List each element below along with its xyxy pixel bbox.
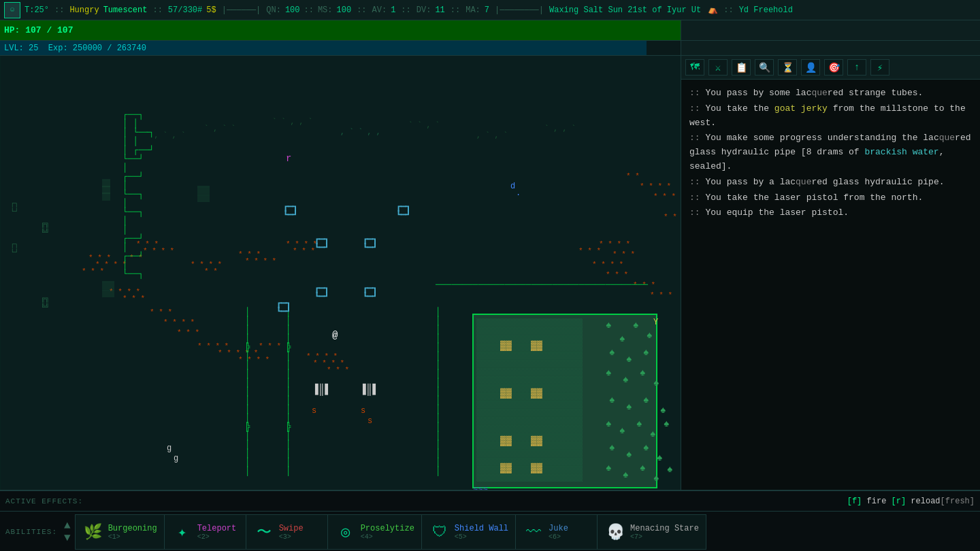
svg-text:▒▒▒: ▒▒▒ — [102, 289, 114, 297]
message-log: :: You pass by some lacquered strange tu… — [681, 80, 980, 490]
svg-text:* * *: * * * — [327, 366, 349, 374]
svg-text:♠: ♠ — [657, 452, 662, 463]
svg-text:░░░░░░░░░░░░░░░░░░░░░░░░░░: ░░░░░░░░░░░░░░░░░░░░░░░░░░ — [476, 473, 583, 482]
svg-text:░░░░░░░░░░░░░░░░░░░░░░░░░░: ░░░░░░░░░░░░░░░░░░░░░░░░░░ — [476, 343, 583, 351]
svg-text:♠: ♠ — [626, 449, 632, 460]
svg-text:* * *: * * * — [150, 308, 172, 316]
svg-text:♠: ♠ — [609, 442, 615, 453]
exp-bar-row: LVL: 25 Exp: 250000 / 263740 — [0, 41, 980, 56]
svg-text:▓▓: ▓▓ — [531, 435, 542, 446]
svg-text:` ` , `: ` ` , ` — [408, 121, 440, 129]
svg-text:░░░░░░░░░░░░░░░░░░░░░░░░░░: ░░░░░░░░░░░░░░░░░░░░░░░░░░ — [476, 424, 583, 433]
msg-1: :: You pass by some lacquered strange tu… — [689, 86, 972, 101]
svg-text:* * * *: * * * * — [163, 318, 195, 327]
svg-text:╔╗: ╔╗ — [41, 220, 49, 228]
svg-text:♠: ♠ — [623, 374, 628, 385]
svg-text:♠: ♠ — [606, 463, 611, 473]
svg-text:▓▓: ▓▓ — [500, 463, 512, 473]
svg-text:` , , `: ` , , ` — [544, 124, 576, 133]
active-effects-label: ACTIVE EFFECTS: — [5, 497, 83, 505]
ability-proselytize[interactable]: ◎ Proselytize <4> — [327, 514, 421, 550]
svg-text:* * *: * * * — [177, 329, 199, 337]
svg-text:* * * *: * * * * — [143, 247, 174, 255]
status-bars: HP: 107 / 107 — [0, 20, 980, 41]
svg-text:♠: ♠ — [619, 333, 625, 344]
svg-text:* * *: * * * — [650, 291, 672, 299]
svg-text:┌┐: ┌┐ — [10, 200, 18, 207]
svg-text:* * *: * * * — [578, 247, 601, 255]
svg-text:╚╝: ╚╝ — [41, 228, 49, 236]
svg-text:♠: ♠ — [623, 469, 628, 480]
combat-button[interactable]: ⚔ — [708, 59, 728, 76]
exp-bar: LVL: 25 Exp: 250000 / 263740 — [0, 41, 681, 56]
tumescent-status: Tumescent — [103, 5, 148, 15]
ability-name-5: Juke — [549, 524, 568, 533]
svg-text:▓▓: ▓▓ — [531, 340, 542, 351]
svg-text:└┘: └┘ — [10, 248, 18, 256]
svg-text:▐║▌: ▐║▌ — [312, 383, 331, 396]
right-toolbar: 🗺 ⚔ 📋 🔍 ⏳ 👤 🎯 ↑ ⚡ — [681, 56, 980, 80]
action-button[interactable]: ⚡ — [870, 59, 889, 76]
svg-text:` , ` `: ` , ` ` — [204, 124, 235, 133]
svg-text:░░░░░░░░░░░░░░░░░░░░░░░░░░: ░░░░░░░░░░░░░░░░░░░░░░░░░░ — [476, 392, 583, 400]
game-viewport[interactable]: ` ` , ` , ` ` , ` ` ` ` , , ` , ` ` , , … — [0, 56, 681, 490]
hunger-status: Hungry — [69, 5, 99, 15]
character-button[interactable]: 👤 — [801, 59, 820, 76]
svg-text:♠: ♠ — [667, 464, 672, 475]
scroll-up-btn[interactable]: ▲ ▼ — [64, 520, 71, 544]
svg-text:└─┘: └─┘ — [363, 292, 378, 301]
hp-display: 57/330# — [168, 5, 202, 15]
svg-text:♠: ♠ — [606, 367, 611, 378]
svg-text:* * * *: * * * * — [640, 182, 671, 190]
ability-name-4: Shield Wall — [455, 524, 508, 533]
ms-val: 100 — [337, 5, 352, 15]
target-button[interactable]: 🎯 — [824, 59, 843, 76]
svg-text:░░░░░░░░░░░░░░░░░░░░░░░░░░: ░░░░░░░░░░░░░░░░░░░░░░░░░░ — [476, 359, 583, 367]
move-button[interactable]: ↑ — [847, 59, 866, 76]
dv-val: 11 — [435, 5, 444, 15]
weather-icon: ⛺ — [708, 5, 718, 15]
svg-text:d: d — [510, 182, 515, 191]
svg-text:♠: ♠ — [626, 401, 632, 412]
svg-text:* * * *: * * * * — [599, 240, 630, 248]
ability-icon-0: 🌿 — [82, 521, 104, 543]
ability-key-0: <1> — [108, 533, 157, 541]
hp-bar: HP: 107 / 107 — [0, 20, 681, 41]
inventory-button[interactable]: 📋 — [732, 59, 751, 76]
svg-text:* * * *: * * * * — [592, 261, 623, 269]
svg-text:g: g — [167, 444, 172, 453]
ability-shield-wall[interactable]: 🛡 Shield Wall <5> — [421, 514, 515, 550]
time-button[interactable]: ⏳ — [778, 59, 797, 76]
search-button[interactable]: 🔍 — [755, 59, 774, 76]
svg-text:░░░░░░░░░░░░░░░░░░░░░░░░░░: ░░░░░░░░░░░░░░░░░░░░░░░░░░ — [476, 327, 583, 335]
location2: Yd Freehold — [739, 5, 793, 15]
svg-text:└─┘: └─┘ — [363, 243, 378, 252]
svg-text:░░░░░░░░░░░░░░░░░░░░░░░░░░: ░░░░░░░░░░░░░░░░░░░░░░░░░░ — [476, 433, 583, 441]
svg-text:* * *: * * * — [606, 271, 628, 279]
svg-text:▓▓: ▓▓ — [500, 435, 512, 446]
ability-name-0: Burgeoning — [108, 524, 157, 533]
abilities-label: ABILITIES: — [5, 528, 57, 536]
svg-text:g: g — [174, 454, 178, 463]
game-world-svg: ` ` , ` , ` ` , ` ` ` ` , , ` , ` ` , , … — [0, 56, 681, 490]
ability-burgeoning[interactable]: 🌿 Burgeoning <1> — [75, 514, 164, 550]
ability-key-3: <4> — [361, 533, 414, 541]
ability-juke[interactable]: 〰 Juke <6> — [515, 514, 597, 550]
svg-text:♠: ♠ — [647, 330, 652, 341]
ability-key-4: <5> — [455, 533, 508, 541]
svg-text:│: │ — [436, 466, 441, 476]
svg-text:♠: ♠ — [609, 395, 615, 405]
ability-menacing-stare[interactable]: 💀 Menacing Stare <7> — [597, 514, 706, 550]
ability-swipe[interactable]: 〜 Swipe <3> — [246, 514, 327, 550]
svg-text:░░░░░░░░░░░░░░░░░░░░░░░░░░: ░░░░░░░░░░░░░░░░░░░░░░░░░░ — [476, 441, 583, 449]
ability-icon-2: 〜 — [253, 521, 275, 543]
svg-text:▒▒▒: ▒▒▒ — [197, 194, 210, 202]
msg-6: :: You equip the laser pistol. — [689, 206, 972, 220]
exp-text: LVL: 25 Exp: 250000 / 263740 — [4, 44, 146, 53]
ability-key-1: <2> — [197, 533, 237, 541]
svg-text:▒▒▒: ▒▒▒ — [197, 186, 210, 194]
map-button[interactable]: 🗺 — [685, 59, 704, 76]
ability-name-2: Swipe — [279, 524, 304, 533]
svg-text:* * *: * * * — [664, 213, 681, 221]
ability-teleport[interactable]: ✦ Teleport <2> — [164, 514, 246, 550]
